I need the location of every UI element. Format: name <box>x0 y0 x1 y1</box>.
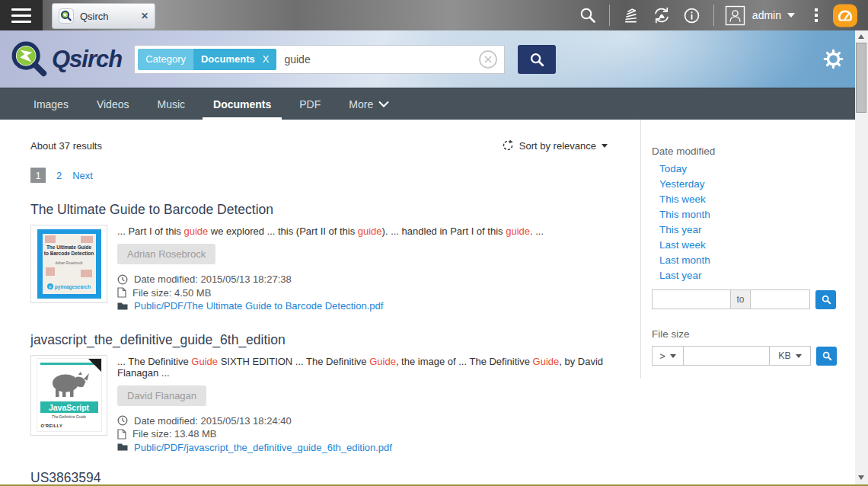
remove-tag-icon[interactable]: X <box>263 53 270 65</box>
scrollbar-thumb[interactable] <box>856 43 866 113</box>
pyimagesearch-logo-icon: p <box>47 283 53 289</box>
qsirch-tab-label: Qsirch <box>80 11 141 22</box>
page-2-link[interactable]: 2 <box>56 170 62 181</box>
admin-username: admin <box>752 9 781 21</box>
clock-icon <box>117 415 128 426</box>
folder-icon <box>117 443 128 452</box>
result-thumbnail[interactable]: The Ultimate Guide to Barcode Detection … <box>30 225 107 303</box>
snippet-highlight: Guide <box>369 356 396 367</box>
filter-last-month[interactable]: Last month <box>659 254 710 266</box>
background-tasks-icon[interactable] <box>616 0 646 30</box>
size-unit-select[interactable]: KB <box>769 346 811 366</box>
resource-monitor-icon[interactable] <box>830 0 860 30</box>
author-chip[interactable]: David Flanagan <box>117 385 206 406</box>
main-menu-button[interactable] <box>0 0 43 30</box>
snippet-text: ). ... handled in Part I of this <box>382 225 506 237</box>
scroll-down-arrow[interactable] <box>858 475 864 480</box>
date-to-input[interactable] <box>750 289 810 309</box>
date-from-input[interactable] <box>652 289 731 309</box>
size-filter-search-button[interactable] <box>816 347 837 366</box>
file-path-link[interactable]: Public/PDF/javascript_the_definitive_gui… <box>134 442 392 453</box>
search-tag-documents[interactable]: Documents X <box>193 49 276 70</box>
snippet-highlight: guide <box>506 225 530 237</box>
category-nav: Images Videos Music Documents PDF More <box>0 88 868 120</box>
file-icon <box>117 429 126 440</box>
chevron-down-icon <box>602 144 608 148</box>
author-chip[interactable]: Adrian Rosebrock <box>117 244 215 264</box>
tab-label: More <box>349 98 373 110</box>
file-path-link[interactable]: Public/PDF/The Ultimate Guide to Barcode… <box>134 300 383 312</box>
result-snippet: ... The Definitive Guide SIXTH EDITION .… <box>117 356 608 379</box>
book-cover: The Ultimate Guide to Barcode Detection … <box>37 229 101 299</box>
qsirch-app-icon <box>59 8 74 24</box>
book-cover: JavaScript The Definitive Guide O'REILLY <box>37 358 102 432</box>
snippet-text: SIXTH EDITION ... The Definitive <box>218 356 369 367</box>
search-tag-value: Documents <box>201 53 255 65</box>
result-title-link[interactable]: javascript_the_definitive_guide_6th_edit… <box>30 332 608 348</box>
search-query-text[interactable]: guide <box>284 53 478 66</box>
tab-more[interactable]: More <box>347 88 391 120</box>
date-filter-links: Today Yesterday This week This month Thi… <box>652 163 840 285</box>
scroll-up-arrow[interactable] <box>858 34 864 39</box>
date-modified-title: Date modified <box>652 145 840 157</box>
close-tab-icon[interactable]: ✕ <box>141 11 148 21</box>
file-icon <box>117 287 126 298</box>
tab-videos[interactable]: Videos <box>95 88 131 120</box>
tab-documents[interactable]: Documents <box>212 88 273 120</box>
snippet-text: , the image of ... The Definitive <box>396 356 533 367</box>
search-box[interactable]: Category Documents X guide <box>134 45 505 74</box>
user-profile-icon[interactable] <box>720 0 751 30</box>
tab-label: Videos <box>97 98 129 110</box>
next-page-link[interactable]: Next <box>72 170 93 181</box>
result-snippet: ... Part I of this guide we explored ...… <box>117 225 544 237</box>
chevron-down-icon <box>378 101 389 107</box>
settings-gear-icon[interactable] <box>823 49 844 69</box>
qsirch-logo[interactable]: Qsirch <box>9 40 122 79</box>
tab-pdf[interactable]: PDF <box>298 88 322 120</box>
thumb-brand: pyimagesearch <box>55 284 91 289</box>
chevron-down-icon <box>670 354 676 358</box>
chevron-down-icon <box>787 13 795 18</box>
logo-text: Qsirch <box>52 46 122 73</box>
date-filter-search-button[interactable] <box>815 290 836 309</box>
result-title-link[interactable]: US3863594 <box>30 470 608 486</box>
clear-search-icon[interactable] <box>478 50 498 69</box>
global-search-icon[interactable] <box>573 0 603 30</box>
tab-images[interactable]: Images <box>32 88 70 120</box>
thumb-author: Adrian Rosebrock <box>43 261 96 265</box>
filter-last-week[interactable]: Last week <box>659 239 706 251</box>
file-size-title: File size <box>652 328 840 340</box>
more-options-icon[interactable] <box>815 8 818 22</box>
filter-last-year[interactable]: Last year <box>659 270 702 281</box>
filter-this-week[interactable]: This week <box>659 193 706 205</box>
admin-menu[interactable]: admin <box>752 9 795 21</box>
result-item: javascript_the_definitive_guide_6th_edit… <box>30 332 608 455</box>
result-title-link[interactable]: The Ultimate Guide to Barcode Detection <box>30 202 608 218</box>
date-range-row: to <box>652 289 840 309</box>
size-operator-select[interactable]: > <box>652 346 684 366</box>
filter-today[interactable]: Today <box>659 163 687 174</box>
vertical-scrollbar[interactable] <box>855 30 868 484</box>
snippet-text: ... Part I of this <box>117 225 183 237</box>
result-thumbnail[interactable]: JavaScript The Definitive Guide O'REILLY <box>30 355 107 436</box>
remote-sync-icon[interactable] <box>646 0 677 30</box>
tab-music[interactable]: Music <box>155 88 187 120</box>
folder-icon <box>117 302 128 311</box>
qsirch-tab[interactable]: Qsirch ✕ <box>52 3 155 29</box>
snippet-highlight: guide <box>358 225 382 237</box>
result-item: The Ultimate Guide to Barcode Detection … <box>30 202 608 313</box>
info-icon[interactable] <box>677 0 707 30</box>
snippet-highlight: Guide <box>191 356 218 367</box>
sort-dropdown[interactable]: Sort by relevance <box>502 139 608 152</box>
filter-this-month[interactable]: This month <box>659 209 710 220</box>
chevron-down-icon <box>796 354 802 358</box>
topbar-divider <box>609 5 610 26</box>
filter-yesterday[interactable]: Yesterday <box>659 178 705 190</box>
app-header: Qsirch Category Documents X guide <box>0 30 868 88</box>
size-value-input[interactable] <box>683 346 770 366</box>
snippet-highlight: Guide <box>533 356 560 367</box>
snippet-text: . ... <box>530 225 544 237</box>
search-button[interactable] <box>518 45 556 74</box>
filter-this-year[interactable]: This year <box>659 224 702 235</box>
page-1-current[interactable]: 1 <box>30 168 46 183</box>
